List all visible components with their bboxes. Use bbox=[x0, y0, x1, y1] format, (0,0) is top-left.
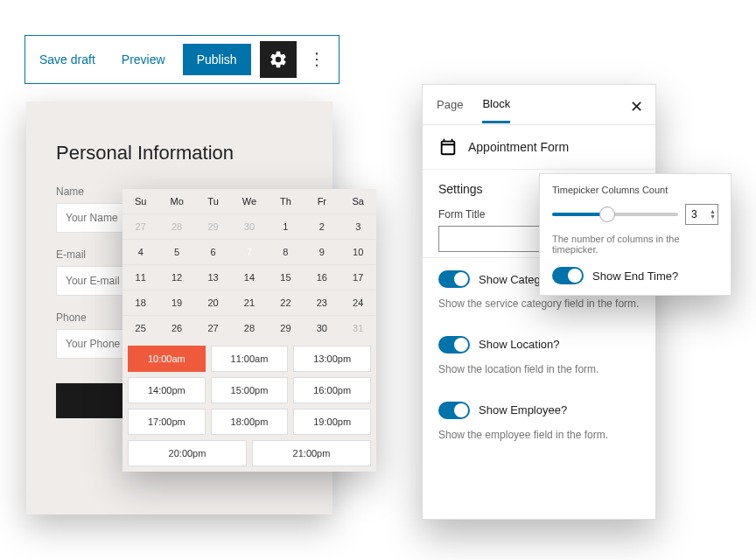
day-cell[interactable]: 27 bbox=[122, 214, 158, 239]
day-cell[interactable]: 26 bbox=[158, 316, 194, 340]
day-cell[interactable]: 28 bbox=[158, 214, 194, 239]
show-employee-toggle[interactable] bbox=[438, 402, 470, 419]
time-slot[interactable]: 20:00pm bbox=[128, 440, 247, 466]
day-cell[interactable]: 14 bbox=[231, 265, 267, 290]
day-cell[interactable]: 1 bbox=[268, 214, 304, 239]
datepicker: Su Mo Tu We Th Fr Sa 27 28 29 30 1 2 3 4… bbox=[122, 189, 376, 472]
time-slot[interactable]: 14:00pm bbox=[128, 377, 206, 403]
time-slot[interactable]: 16:00pm bbox=[293, 377, 371, 403]
show-end-time-label: Show End Time? bbox=[592, 270, 678, 283]
chevron-down-icon[interactable]: ▼ bbox=[710, 214, 716, 220]
show-category-toggle[interactable] bbox=[438, 270, 470, 288]
day-cell[interactable]: 17 bbox=[340, 265, 376, 290]
block-inspector: Page Block ✕ Appointment Form Settings F… bbox=[422, 84, 656, 520]
columns-slider[interactable] bbox=[552, 213, 678, 216]
dow: Sa bbox=[340, 189, 376, 214]
preview-button[interactable]: Preview bbox=[113, 46, 174, 74]
kebab-icon: ⋯ bbox=[307, 51, 328, 69]
day-cell[interactable]: 31 bbox=[340, 316, 376, 340]
inspector-tabs: Page Block ✕ bbox=[423, 85, 655, 125]
day-cell[interactable]: 16 bbox=[304, 265, 340, 290]
time-grid: 10:00am 11:00am 13:00pm 14:00pm 15:00pm … bbox=[122, 340, 376, 472]
slider-thumb[interactable] bbox=[599, 206, 615, 222]
columns-value: 3 bbox=[691, 208, 697, 220]
tab-block[interactable]: Block bbox=[482, 87, 510, 123]
form-heading: Personal Information bbox=[56, 142, 303, 164]
time-slot[interactable]: 10:00am bbox=[128, 346, 206, 372]
settings-button[interactable] bbox=[260, 41, 297, 78]
dow: Su bbox=[122, 189, 158, 214]
time-slot[interactable]: 15:00pm bbox=[211, 377, 289, 403]
more-options-button[interactable]: ⋯ bbox=[305, 41, 330, 78]
day-cell[interactable]: 21 bbox=[231, 290, 267, 315]
close-icon: ✕ bbox=[630, 98, 643, 116]
show-location-label: Show Location? bbox=[479, 338, 560, 351]
day-cell[interactable]: 29 bbox=[268, 316, 304, 340]
publish-button[interactable]: Publish bbox=[183, 44, 251, 75]
save-draft-button[interactable]: Save draft bbox=[31, 46, 104, 74]
close-inspector-button[interactable]: ✕ bbox=[630, 97, 643, 116]
day-cell[interactable]: 19 bbox=[158, 290, 194, 315]
columns-stepper[interactable]: 3 ▲▼ bbox=[685, 204, 718, 225]
day-cell[interactable]: 12 bbox=[158, 265, 194, 290]
time-slot[interactable]: 21:00pm bbox=[252, 440, 371, 466]
day-cell[interactable]: 3 bbox=[340, 214, 376, 239]
day-cell[interactable]: 13 bbox=[195, 265, 231, 290]
day-cell[interactable]: 30 bbox=[304, 316, 340, 340]
day-cell[interactable]: 8 bbox=[268, 240, 304, 264]
day-cell[interactable]: 15 bbox=[268, 265, 304, 290]
day-cell[interactable]: 18 bbox=[122, 290, 158, 315]
show-location-help: Show the location field in the form. bbox=[423, 357, 655, 389]
day-cell[interactable]: 29 bbox=[195, 214, 231, 239]
show-location-toggle[interactable] bbox=[438, 336, 470, 354]
dow: Th bbox=[268, 189, 304, 214]
day-cell[interactable]: 24 bbox=[340, 290, 376, 315]
time-slot[interactable]: 11:00am bbox=[211, 346, 289, 372]
day-cell[interactable]: 25 bbox=[122, 316, 158, 340]
time-slot[interactable]: 13:00pm bbox=[293, 346, 371, 372]
day-cell[interactable]: 2 bbox=[304, 214, 340, 239]
block-header: Appointment Form bbox=[423, 125, 655, 170]
time-slot[interactable]: 17:00pm bbox=[128, 409, 206, 435]
timepicker-columns-tooltip: Timepicker Columns Count 3 ▲▼ The number… bbox=[539, 173, 732, 296]
block-title: Appointment Form bbox=[468, 140, 569, 154]
day-cell[interactable]: 27 bbox=[195, 316, 231, 340]
dow: Fr bbox=[304, 189, 340, 214]
calendar-header: Su Mo Tu We Th Fr Sa bbox=[122, 189, 376, 214]
day-cell[interactable]: 10 bbox=[340, 240, 376, 264]
calendar-icon bbox=[438, 137, 458, 157]
day-cell[interactable]: 6 bbox=[195, 240, 231, 264]
show-employee-help: Show the employee field in the form. bbox=[423, 423, 655, 455]
time-slot[interactable]: 18:00pm bbox=[211, 409, 289, 435]
day-cell[interactable]: 11 bbox=[122, 265, 158, 290]
gear-icon bbox=[269, 50, 288, 69]
day-cell[interactable]: 30 bbox=[231, 214, 267, 239]
time-slot[interactable]: 19:00pm bbox=[293, 409, 371, 435]
day-cell[interactable]: 22 bbox=[268, 290, 304, 315]
show-end-time-toggle[interactable] bbox=[552, 267, 584, 284]
dow: We bbox=[231, 189, 267, 214]
show-employee-label: Show Employee? bbox=[479, 403, 567, 416]
dow: Tu bbox=[195, 189, 231, 214]
day-cell[interactable]: 28 bbox=[231, 316, 267, 340]
dow: Mo bbox=[158, 189, 194, 214]
tooltip-desc: The number of columns in the timepicker. bbox=[552, 234, 718, 255]
day-cell[interactable]: 23 bbox=[304, 290, 340, 315]
show-category-help: Show the service category field in the f… bbox=[423, 291, 655, 324]
day-cell[interactable]: 4 bbox=[122, 240, 158, 264]
day-cell-selected[interactable]: 7 bbox=[231, 240, 267, 264]
day-cell[interactable]: 9 bbox=[304, 240, 340, 264]
tab-page[interactable]: Page bbox=[437, 88, 463, 122]
editor-toolbar: Save draft Preview Publish ⋯ bbox=[24, 35, 340, 84]
day-cell[interactable]: 5 bbox=[158, 240, 194, 264]
day-cell[interactable]: 20 bbox=[195, 290, 231, 315]
tooltip-title: Timepicker Columns Count bbox=[552, 185, 718, 195]
